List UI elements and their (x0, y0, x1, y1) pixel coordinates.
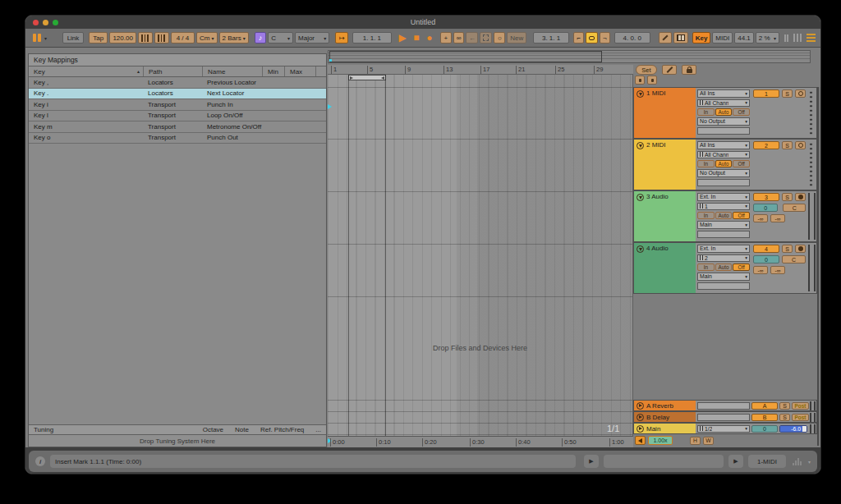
meter-dropdown-icon[interactable]: ▾ (808, 459, 811, 465)
column-max[interactable]: Max (284, 66, 315, 76)
monitor-chooser[interactable]: InAutoOff (697, 212, 750, 219)
loop-toggle-icon[interactable] (586, 32, 598, 44)
input-channel-select[interactable]: 2▾ (697, 254, 750, 263)
arrangement-position-display[interactable]: 1. 1. 1 (352, 32, 391, 44)
fold-track-icon[interactable] (636, 90, 644, 98)
arrangement-overview[interactable] (328, 50, 811, 63)
metronome-button[interactable]: Cm▾ (196, 32, 217, 44)
return-title-b[interactable]: B Delay (634, 412, 696, 422)
return-io-box[interactable] (697, 414, 750, 421)
track-height-button[interactable]: H (690, 437, 701, 445)
unfold-track-icon[interactable] (636, 402, 644, 410)
input-type-select[interactable]: All Ins▾ (697, 89, 750, 98)
scale-root-select[interactable]: C▾ (268, 32, 293, 44)
key-mapping-row[interactable]: Key , Locators Previous Locator (29, 77, 326, 89)
input-type-select[interactable]: All Ins▾ (697, 141, 750, 149)
key-mapping-row-selected[interactable]: Key . Locators Next Locator (29, 89, 326, 100)
quantize-menu[interactable]: 2 Bars▾ (219, 32, 249, 44)
volume-field[interactable]: -∞ (770, 266, 785, 274)
fold-track-icon[interactable] (636, 142, 644, 149)
fold-track-icon[interactable] (636, 194, 644, 201)
output-type-select[interactable]: Main▾ (697, 273, 750, 281)
tuning-more-button[interactable]: ... (315, 426, 321, 433)
play-button[interactable]: ▶ (397, 32, 409, 44)
arm-button[interactable] (795, 141, 806, 149)
previous-locator-icon[interactable] (635, 76, 645, 85)
column-min[interactable]: Min (262, 66, 284, 76)
cpu-load-meter[interactable]: 2 %▾ (756, 32, 779, 44)
track-activator[interactable]: A (751, 402, 778, 410)
follow-button[interactable]: ↦ (335, 32, 348, 44)
input-channel-select[interactable]: All Chann▾ (697, 151, 750, 159)
solo-button[interactable]: S (779, 402, 790, 410)
tap-tempo-button[interactable]: Tap (89, 32, 108, 44)
tuning-drop-zone[interactable]: Drop Tuning System Here (29, 435, 326, 447)
volume-field[interactable]: -∞ (770, 214, 785, 222)
time-signature-field[interactable]: 4 / 4 (171, 32, 195, 44)
output-channel-select[interactable] (697, 282, 750, 291)
input-channel-select[interactable]: 1▾ (697, 203, 750, 211)
tempo-field[interactable]: 120.00 (109, 32, 136, 44)
main-track-title[interactable]: Main (634, 424, 696, 433)
column-key[interactable]: Key▲ (29, 66, 143, 76)
automation-arm-button[interactable]: ∞ (453, 32, 465, 44)
playback-speed-field[interactable]: 1.00x (648, 436, 673, 445)
main-gain-slider[interactable]: 0 (751, 425, 778, 433)
arm-button[interactable] (795, 245, 806, 253)
output-meter-icon[interactable] (793, 457, 802, 465)
input-type-select[interactable]: Ext. In▾ (697, 193, 750, 201)
loop-length-display[interactable]: 4. 0. 0 (614, 32, 650, 44)
gain-slider[interactable]: 0 (753, 255, 779, 263)
next-locator-icon[interactable] (647, 76, 657, 85)
track-activator[interactable]: 4 (753, 245, 779, 253)
re-enable-automation-button[interactable]: ← (466, 32, 478, 44)
output-type-select[interactable]: No Output▾ (697, 117, 750, 126)
gain-slider[interactable]: 0 (753, 204, 778, 212)
midi-map-mode-button[interactable]: MIDI (712, 32, 733, 44)
scale-name-select[interactable]: Major▾ (295, 32, 329, 44)
punch-in-icon[interactable]: ⌐ (573, 32, 584, 44)
set-locator-button[interactable]: Set (636, 65, 657, 75)
nudge-down-button[interactable] (138, 32, 153, 44)
record-button[interactable]: ● (424, 32, 435, 44)
arm-button[interactable] (795, 89, 806, 98)
capture-midi-button[interactable] (480, 32, 492, 44)
lock-envelopes-icon[interactable] (682, 65, 696, 75)
loop-brace[interactable] (348, 75, 386, 80)
solo-button[interactable]: S (779, 414, 790, 421)
overview-viewport-box[interactable] (329, 51, 602, 62)
preview-speaker-icon[interactable] (635, 436, 646, 445)
nudge-up-button[interactable] (154, 32, 169, 44)
return-io-box[interactable] (697, 402, 750, 410)
return-track-a[interactable]: A Reverb A S Post (633, 400, 817, 411)
draw-locator-icon[interactable] (662, 65, 677, 75)
key-mapping-row[interactable]: Key o Transport Punch Out (29, 133, 326, 144)
solo-button[interactable]: S (782, 193, 793, 201)
time-ruler[interactable]: 0:00 0:10 0:20 0:30 0:40 0:50 1:00 (328, 436, 633, 447)
track-header-4-audio[interactable]: 4 Audio Ext. In▾ 2▾ InAutoOff Main▾ 4 S (633, 242, 817, 294)
solo-button[interactable]: S (782, 89, 793, 98)
pre-post-toggle[interactable]: Post (792, 414, 809, 421)
track-activator[interactable]: 1 (753, 89, 779, 98)
track-header-2-midi[interactable]: 2 MIDI All Ins▾ All Chann▾ InAutoOff No … (633, 139, 817, 190)
track-header-3-audio[interactable]: 3 Audio Ext. In▾ 1▾ InAutoOff Main▾ 3 S (633, 190, 817, 242)
menu-icon[interactable] (807, 34, 816, 42)
output-channel-select[interactable] (697, 127, 750, 135)
fold-track-icon[interactable] (636, 245, 644, 253)
track-activator[interactable]: B (751, 414, 778, 421)
output-channel-select[interactable] (697, 179, 750, 187)
track-title-3[interactable]: 3 Audio (634, 191, 696, 241)
track-title-1[interactable]: 1 MIDI (634, 88, 696, 138)
track-activator[interactable]: 3 (753, 193, 779, 201)
output-channel-select[interactable] (697, 231, 750, 239)
input-channel-select[interactable]: All Chann▾ (697, 99, 750, 108)
output-type-select[interactable]: No Output▾ (697, 169, 750, 177)
add-track-button[interactable]: + (440, 32, 452, 44)
track-width-button[interactable]: W (703, 437, 714, 445)
monitor-chooser[interactable]: InAutoOff (697, 263, 750, 271)
main-volume-slider[interactable]: -6.0 (779, 425, 807, 433)
pan-knob[interactable]: C (783, 204, 806, 212)
computer-midi-keyboard-icon[interactable] (673, 32, 688, 44)
input-type-select[interactable]: Ext. In▾ (697, 245, 750, 253)
arrangement-canvas[interactable]: Drop Files and Devices Here (328, 75, 633, 436)
